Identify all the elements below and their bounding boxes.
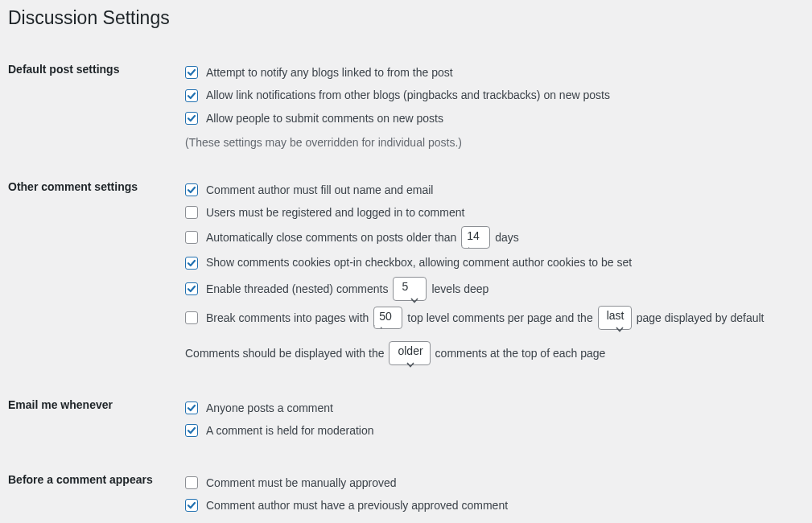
require-registered-label: Users must be registered and logged in t… xyxy=(206,204,464,221)
allow-pingbacks-checkbox[interactable] xyxy=(185,89,198,102)
anyone-posts-checkbox[interactable] xyxy=(185,402,198,414)
comment-order-value: older xyxy=(398,344,422,357)
paginate-suffix: page displayed by default xyxy=(637,309,765,327)
default-post-note: (These settings may be overridden for in… xyxy=(185,134,788,151)
notify-blogs-checkbox[interactable] xyxy=(185,66,198,79)
held-moderation-label: A comment is held for moderation xyxy=(206,422,374,439)
threaded-levels-select[interactable]: 5 xyxy=(393,277,427,301)
page-title: Discussion Settings xyxy=(8,0,796,32)
threaded-prefix: Enable threaded (nested) comments xyxy=(206,280,388,298)
spinner-up-icon[interactable]: ▲ xyxy=(375,325,387,329)
manually-approved-checkbox[interactable] xyxy=(185,476,198,489)
threaded-comments-checkbox[interactable] xyxy=(185,282,198,295)
comments-per-page-input[interactable]: 50 ▲ ▼ xyxy=(373,307,402,329)
paginate-mid: top level comments per page and the xyxy=(407,309,592,327)
paginate-comments-checkbox[interactable] xyxy=(185,311,198,324)
allow-comments-checkbox[interactable] xyxy=(185,112,198,125)
cookies-optin-label: Show comments cookies opt-in checkbox, a… xyxy=(206,253,632,271)
auto-close-days-input[interactable]: 14 ▲ ▼ xyxy=(461,226,490,249)
threaded-suffix: levels deep xyxy=(431,280,488,298)
prev-approved-label: Comment author must have a previously ap… xyxy=(206,496,508,514)
chevron-down-icon xyxy=(410,295,419,305)
notify-blogs-label: Attempt to notify any blogs linked to fr… xyxy=(206,64,453,81)
comment-order-select[interactable]: older xyxy=(389,341,430,365)
auto-close-checkbox[interactable] xyxy=(185,231,198,244)
require-name-email-checkbox[interactable] xyxy=(185,183,198,196)
require-registered-checkbox[interactable] xyxy=(185,206,198,219)
order-suffix: comments at the top of each page xyxy=(435,344,606,362)
auto-close-days-value: 14 xyxy=(462,227,489,245)
auto-close-prefix: Automatically close comments on posts ol… xyxy=(206,229,456,246)
chevron-down-icon xyxy=(615,324,624,334)
threaded-levels-value: 5 xyxy=(402,280,408,293)
default-page-select[interactable]: last xyxy=(598,306,632,330)
require-name-email-label: Comment author must fill out name and em… xyxy=(206,181,433,199)
allow-pingbacks-label: Allow link notifications from other blog… xyxy=(206,86,610,104)
before-appears-heading: Before a comment appears xyxy=(8,457,185,523)
allow-comments-label: Allow people to submit comments on new p… xyxy=(206,109,443,127)
other-comment-settings-heading: Other comment settings xyxy=(8,164,185,382)
default-page-value: last xyxy=(607,309,624,322)
prev-approved-checkbox[interactable] xyxy=(185,499,198,512)
manually-approved-label: Comment must be manually approved xyxy=(206,474,397,492)
anyone-posts-label: Anyone posts a comment xyxy=(206,399,333,417)
auto-close-suffix: days xyxy=(495,229,519,246)
held-moderation-checkbox[interactable] xyxy=(185,424,198,437)
cookies-optin-checkbox[interactable] xyxy=(185,257,198,270)
default-post-settings-heading: Default post settings xyxy=(8,47,185,164)
comments-per-page-value: 50 xyxy=(374,307,402,325)
chevron-down-icon xyxy=(406,360,415,369)
paginate-prefix: Break comments into pages with xyxy=(206,309,369,327)
email-me-heading: Email me whenever xyxy=(8,382,185,457)
order-prefix: Comments should be displayed with the xyxy=(185,344,384,362)
spinner-up-icon[interactable]: ▲ xyxy=(463,245,475,249)
